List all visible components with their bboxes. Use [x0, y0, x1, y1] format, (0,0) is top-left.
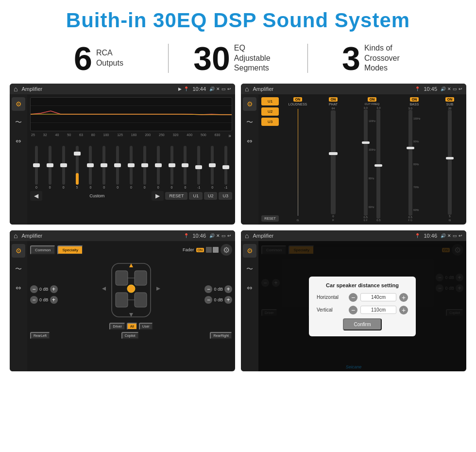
back-icon-1: ↩ [227, 87, 231, 91]
screen-eq: ⌂ Amplifier ▶ 📍 10:44 🔊 ✕ ▭ ↩ ⚙ 〜 ⇔ [10, 84, 235, 225]
rearright-btn[interactable]: RearRight [210, 332, 232, 339]
home-icon-2[interactable]: ⌂ [245, 85, 249, 93]
crossover-main: U1 U2 U3 RESET ON LOUDNESS G [258, 94, 466, 225]
status-bar-1: ⌂ Amplifier ▶ 📍 10:44 🔊 ✕ ▭ ↩ [10, 84, 235, 94]
preset-u2[interactable]: U2 [261, 107, 279, 116]
amp-reset-btn[interactable]: RESET [261, 215, 279, 222]
eq-main-content: 2532 4050 6380 100125 160200 250320 4005… [27, 94, 235, 225]
eq-prev-button[interactable]: ◀ [30, 191, 42, 201]
position-buttons: Driver All User [109, 323, 153, 330]
location-icon-4: 📍 [415, 233, 420, 238]
phat-col: ON PHAT 64 0 F [316, 97, 350, 222]
db-val-tr: 0 dB [214, 287, 223, 292]
settings-icon[interactable]: ⚙ [221, 244, 232, 256]
home-icon-4[interactable]: ⌂ [245, 232, 249, 240]
stat-label-eq: EQ AdjustableSegments [234, 43, 283, 73]
svg-marker-14 [156, 287, 160, 291]
loudness-on[interactable]: ON [293, 97, 303, 102]
speaker-icon-2: 🔊 [441, 87, 446, 91]
stat-crossover: 3 Kinds ofCrossover Modes [308, 42, 447, 75]
sidebar-balance-icon-2[interactable]: ⇔ [243, 134, 256, 148]
close-icon-3: ✕ [216, 233, 220, 238]
eq-next-button[interactable]: ▶ [152, 191, 164, 201]
driver-btn[interactable]: Driver [109, 323, 125, 330]
sidebar-eq-icon[interactable]: ⚙ [12, 97, 25, 111]
sidebar-balance-icon[interactable]: ⇔ [12, 134, 25, 148]
tab-common[interactable]: Common [30, 245, 55, 255]
bass-on[interactable]: ON [410, 97, 419, 102]
right-controls: − 0 dB + − 0 dB + [204, 285, 232, 304]
stat-rca: 6 RCAOutputs [29, 42, 168, 75]
screen-body-4: ⚙ 〜 ⇔ Common Specialty ON ⚙ − [241, 241, 466, 371]
left-sidebar-1: ⚙ 〜 ⇔ [10, 94, 27, 225]
eq-reset-button[interactable]: RESET [165, 192, 187, 200]
minus-btn-bl[interactable]: − [30, 296, 38, 304]
eq-bottom-buttons: ◀ Custom ▶ RESET U1 U2 U3 [30, 191, 232, 201]
minus-btn-tr[interactable]: − [204, 285, 212, 293]
plus-btn-bl[interactable]: + [50, 296, 58, 304]
cutfreq-on[interactable]: ON [368, 97, 377, 102]
preset-u3[interactable]: U3 [261, 118, 279, 126]
horizontal-minus-btn[interactable]: − [349, 293, 357, 302]
minus-btn-tl[interactable]: − [30, 285, 38, 293]
horizontal-plus-btn[interactable]: + [399, 293, 408, 302]
fader-on-badge: ON [196, 248, 204, 252]
sidebar-eq-icon-2[interactable]: ⚙ [243, 97, 256, 111]
stat-label-crossover: Kinds ofCrossover Modes [364, 43, 413, 73]
nav-icons-1: ▶ [178, 87, 182, 91]
fader-slider-1[interactable] [206, 247, 212, 253]
minimize-icon-4: ▭ [453, 233, 457, 238]
db-val-tl: 0 dB [39, 287, 49, 292]
stat-eq: 30 EQ AdjustableSegments [169, 42, 307, 75]
screen-speaker-dialog: ⌂ Amplifier 📍 10:46 🔊 ✕ ▭ ↩ ⚙ 〜 ⇔ Common [241, 230, 466, 371]
sidebar-balance-icon-3[interactable]: ⇔ [12, 281, 25, 295]
sidebar-wave-icon-3[interactable]: 〜 [12, 262, 25, 276]
stat-number-crossover: 3 [342, 42, 360, 75]
eq-u3-button[interactable]: U3 [219, 192, 232, 200]
svg-rect-5 [135, 271, 147, 285]
time-2: 10:45 [424, 86, 437, 92]
eq-u1-button[interactable]: U1 [189, 192, 203, 200]
screen-speaker: ⌂ Amplifier 📍 10:46 🔊 ✕ ▭ ↩ ⚙ 〜 ⇔ Common [10, 230, 235, 371]
plus-btn-tl[interactable]: + [50, 285, 58, 293]
preset-u1[interactable]: U1 [261, 97, 279, 105]
vertical-row: Vertical − 110cm + [317, 306, 408, 314]
eq-u2-button[interactable]: U2 [204, 192, 218, 200]
amp-presets: U1 U2 U3 RESET [261, 97, 279, 222]
confirm-button[interactable]: Confirm [343, 318, 381, 330]
sidebar-eq-icon-4[interactable]: ⚙ [243, 244, 256, 258]
copilot-btn[interactable]: Copilot [121, 332, 139, 339]
db-control-bl: − 0 dB + [30, 296, 58, 304]
status-icons-1: 📍 10:44 🔊 ✕ ▭ ↩ [184, 86, 231, 92]
tab-specialty[interactable]: Specialty [57, 245, 83, 255]
close-icon-2: ✕ [447, 87, 451, 91]
minimize-icon-2: ▭ [453, 87, 457, 91]
home-icon-3[interactable]: ⌂ [14, 232, 17, 240]
plus-btn-tr[interactable]: + [224, 285, 232, 293]
dialog-title: Car speaker distance setting [317, 282, 408, 288]
rearleft-btn[interactable]: RearLeft [30, 332, 50, 339]
sidebar-wave-icon-4[interactable]: 〜 [243, 262, 256, 276]
vertical-plus-btn[interactable]: + [399, 306, 408, 314]
sidebar-wave-icon[interactable]: 〜 [12, 116, 25, 129]
phat-on[interactable]: ON [329, 97, 338, 102]
left-sidebar-2: ⚙ 〜 ⇔ [241, 94, 258, 225]
sub-on[interactable]: ON [445, 97, 455, 102]
speaker-diagram-svg [97, 259, 165, 322]
vertical-minus-btn[interactable]: − [349, 306, 357, 314]
time-3: 10:46 [192, 233, 206, 239]
stat-number-rca: 6 [74, 42, 92, 75]
sidebar-eq-icon-3[interactable]: ⚙ [12, 244, 25, 258]
plus-btn-br[interactable]: + [224, 296, 232, 304]
fader-slider-2[interactable] [213, 247, 219, 253]
user-btn[interactable]: User [139, 323, 153, 330]
sidebar-balance-icon-4[interactable]: ⇔ [243, 281, 256, 295]
db-control-tl: − 0 dB + [30, 285, 58, 293]
home-icon-1[interactable]: ⌂ [14, 85, 17, 93]
all-btn[interactable]: All [127, 323, 137, 330]
minus-btn-br[interactable]: − [204, 296, 212, 304]
svg-rect-4 [116, 271, 128, 285]
dialog-overlay: Car speaker distance setting Horizontal … [258, 241, 466, 371]
sidebar-wave-icon-2[interactable]: 〜 [243, 116, 256, 129]
status-bar-4: ⌂ Amplifier 📍 10:46 🔊 ✕ ▭ ↩ [241, 230, 466, 241]
